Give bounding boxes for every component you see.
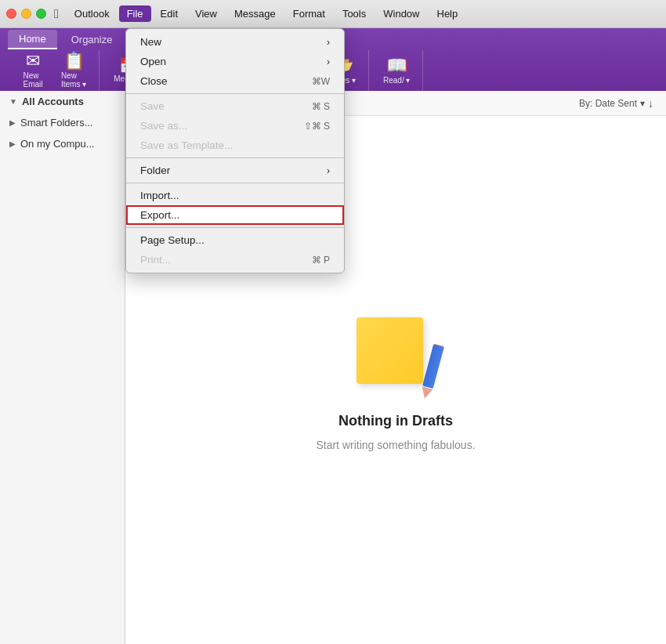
sort-label[interactable]: By: Date Sent (579, 98, 637, 109)
empty-state-title: Nothing in Drafts (338, 413, 453, 429)
menu-item-import[interactable]: Import... (126, 186, 344, 205)
menu-item-open[interactable]: Open › (126, 52, 344, 71)
menu-open-label: Open (140, 56, 166, 67)
drafts-illustration (349, 309, 443, 403)
on-my-computer-arrow: ▶ (9, 139, 16, 148)
menu-item-save-as: Save as... ⇧⌘ S (126, 116, 344, 136)
menu-item-print: Print... ⌘ P (126, 250, 344, 270)
menu-import-label: Import... (140, 190, 179, 201)
menu-save-as-shortcut: ⇧⌘ S (304, 121, 330, 132)
sidebar-on-my-computer-label: On my Compu... (20, 138, 95, 150)
menu-divider-1 (126, 93, 344, 94)
menu-item-export[interactable]: Export... (126, 205, 344, 225)
menu-new-arrow: › (327, 37, 330, 48)
sort-dropdown-icon: ▾ (640, 98, 645, 109)
new-items-label: NewItems ▾ (61, 71, 86, 89)
menu-item-page-setup[interactable]: Page Setup... (126, 230, 344, 250)
menu-close-label: Close (140, 75, 168, 87)
menubar-tools[interactable]: Tools (335, 5, 374, 22)
menu-print-label: Print... (140, 254, 171, 266)
menu-item-close[interactable]: Close ⌘W (126, 71, 344, 91)
menubar-view[interactable]: View (187, 5, 225, 22)
new-email-button[interactable]: ✉ NewEmail (14, 51, 52, 90)
pencil-body (422, 344, 444, 389)
empty-state-subtitle: Start writing something fabulous. (316, 439, 475, 451)
sidebar-item-on-my-computer[interactable]: ▶ On my Compu... (0, 133, 125, 154)
menu-item-new[interactable]: New › (126, 32, 344, 52)
menu-folder-arrow: › (327, 165, 330, 176)
menu-divider-2 (126, 157, 344, 158)
menubar-edit[interactable]: Edit (153, 5, 186, 22)
read-button[interactable]: 📖 Read/ ▾ (377, 56, 416, 86)
read-label: Read/ ▾ (383, 76, 410, 85)
menu-item-folder[interactable]: Folder › (126, 161, 344, 180)
menubar-help[interactable]: Help (429, 5, 466, 22)
apple-icon[interactable]:  (54, 7, 59, 21)
read-icon: 📖 (386, 57, 407, 74)
menubar-format[interactable]: Format (285, 5, 333, 22)
close-window-btn[interactable] (6, 9, 16, 19)
menu-page-setup-label: Page Setup... (140, 234, 205, 246)
new-email-label: NewEmail (23, 71, 42, 89)
file-dropdown-menu: New › Open › Close ⌘W Save ⌘ S Save as..… (125, 28, 345, 273)
menu-save-as-label: Save as... (140, 120, 187, 132)
sidebar: ▼ All Accounts ▶ Smart Folders... ▶ On m… (0, 91, 125, 644)
minimize-window-btn[interactable] (21, 9, 31, 19)
sidebar-smart-folders-label: Smart Folders... (20, 117, 92, 128)
new-items-button[interactable]: 📋 NewItems ▾ (55, 51, 92, 90)
maximize-window-btn[interactable] (36, 9, 46, 19)
menu-new-label: New (140, 36, 161, 48)
menu-divider-3 (126, 183, 344, 183)
menubar-outlook[interactable]: Outlook (67, 5, 118, 22)
menu-folder-label: Folder (140, 165, 170, 176)
menu-divider-4 (126, 227, 344, 228)
smart-folders-arrow: ▶ (9, 118, 16, 127)
traffic-lights (6, 9, 46, 19)
new-items-icon: 📋 (63, 52, 85, 70)
menu-item-save: Save ⌘ S (126, 96, 344, 116)
sidebar-item-all-accounts[interactable]: ▼ All Accounts (0, 91, 125, 112)
menu-save-label: Save (140, 100, 165, 112)
email-icon: ✉ (26, 52, 40, 70)
read-group: 📖 Read/ ▾ (371, 50, 423, 91)
menu-print-shortcut: ⌘ P (312, 255, 330, 266)
menu-item-save-template: Save as Template... (126, 136, 344, 155)
menu-close-shortcut: ⌘W (312, 76, 330, 87)
tab-home[interactable]: Home (8, 30, 57, 49)
menu-export-label: Export... (140, 209, 179, 221)
pencil-tip (419, 386, 433, 400)
menu-bar:  Outlook File Edit View Message Format … (0, 0, 666, 28)
sidebar-item-smart-folders[interactable]: ▶ Smart Folders... (0, 112, 125, 133)
sidebar-all-accounts-label: All Accounts (22, 96, 84, 107)
tab-organize[interactable]: Organize (60, 31, 124, 49)
sort-direction-icon: ↓ (648, 97, 653, 110)
menu-save-shortcut: ⌘ S (312, 101, 330, 112)
sticky-note-icon (357, 317, 423, 384)
menubar-window[interactable]: Window (375, 5, 427, 22)
menu-open-arrow: › (327, 56, 330, 67)
all-accounts-arrow: ▼ (9, 97, 17, 106)
new-email-group: ✉ NewEmail 📋 NewItems ▾ (8, 50, 100, 91)
menu-save-template-label: Save as Template... (140, 139, 233, 151)
menubar-file[interactable]: File (119, 5, 151, 22)
menubar-message[interactable]: Message (226, 5, 284, 22)
